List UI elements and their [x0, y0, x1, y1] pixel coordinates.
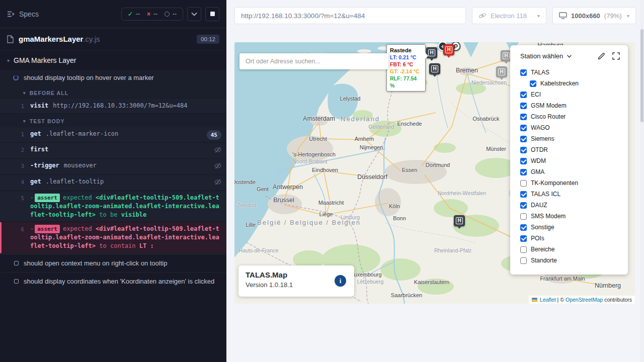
info-button[interactable]: i [335, 275, 346, 287]
page-scrollbar[interactable] [640, 0, 644, 362]
station-glyph: H [503, 52, 509, 59]
scrollbar-thumb[interactable] [640, 29, 643, 122]
map-info-card: TALAS.Map Version 1.0.18.1 i [238, 265, 354, 297]
command-assert-passed[interactable]: 5-assertexpected <div#leaflet-tooltip-50… [0, 191, 226, 222]
app-title: TALAS.Map [246, 270, 347, 279]
runnables-list: ▾ GMA Markers Layer should display toolt… [0, 51, 226, 362]
layer-checkbox-gsm-modem[interactable]: GSM Modem [510, 100, 628, 111]
collapse-all-button[interactable] [187, 7, 201, 21]
layer-checkbox-gma[interactable]: GMA [510, 166, 628, 177]
browser-selector[interactable]: Electron 118 ▾ [472, 7, 546, 24]
suite-gma-markers-layer[interactable]: ▾ GMA Markers Layer [0, 51, 226, 70]
checkbox-checked-icon[interactable] [520, 125, 527, 131]
station-marker[interactable]: H [454, 215, 465, 226]
layer-label: TALAS ICL [531, 191, 560, 198]
layer-checkbox-bereiche[interactable]: Bereiche [510, 244, 628, 255]
checkbox-checked-icon[interactable] [520, 136, 527, 142]
checkbox-checked-icon[interactable] [520, 191, 527, 198]
station-select[interactable]: Station wählen [520, 52, 572, 60]
test-pending[interactable]: should display coordinates when 'Koordin… [0, 272, 226, 290]
leaflet-link[interactable]: Leaflet [540, 297, 556, 303]
cypress-reporter: Specs ✓-- ×-- -- gmaMarkersLayer.cy.js 0… [0, 0, 226, 362]
checkbox-checked-icon[interactable] [520, 158, 527, 164]
command-assert-failed[interactable]: 6-assertexpected <div#leaflet-tooltip-50… [0, 222, 226, 253]
test-pending[interactable]: should open context menu on right-click … [0, 254, 226, 272]
layer-checkbox-dauz[interactable]: DAUZ [510, 200, 628, 211]
checkbox-checked-icon[interactable] [520, 69, 527, 76]
layer-checkbox-wago[interactable]: WAGO [510, 122, 628, 133]
map-canvas[interactable]: HamburgBremenGroningenFryslânNiedersachs… [234, 42, 635, 304]
checkbox-checked-icon[interactable] [520, 169, 527, 175]
layer-checkbox-sms-modem[interactable]: SMS Modem [510, 211, 628, 222]
layer-label: GSM Modem [531, 102, 567, 109]
layer-checkbox-tk-komponenten[interactable]: TK-Komponenten [510, 177, 628, 189]
command-content: get.leaflet-tooltip [30, 177, 214, 186]
checkbox-unchecked-icon[interactable] [520, 257, 527, 264]
checkbox-checked-icon[interactable] [520, 92, 527, 98]
url-bar[interactable] [234, 7, 466, 24]
tooltip-station-name: Rastede [390, 47, 422, 54]
command-trigger[interactable]: 3-triggermouseover [0, 159, 226, 175]
map-search-input[interactable] [239, 53, 388, 69]
chevron-down-icon: ▾ [537, 13, 540, 19]
osm-link[interactable]: OpenStreetMap [566, 297, 603, 303]
app-version: Version 1.0.18.1 [246, 281, 347, 289]
layer-label: DAUZ [531, 202, 547, 209]
checkbox-checked-icon[interactable] [530, 80, 536, 87]
checkbox-unchecked-icon[interactable] [520, 213, 527, 220]
layer-checkbox-wdm[interactable]: WDM [510, 155, 628, 166]
layer-checkbox-kabelstrecken[interactable]: Kabelstrecken [510, 78, 628, 89]
layer-checkbox-standorte[interactable]: Standorte [510, 255, 628, 266]
checkbox-checked-icon[interactable] [520, 224, 527, 231]
command-number: 3 [15, 161, 30, 170]
checkbox-checked-icon[interactable] [520, 114, 527, 120]
checkbox-checked-icon[interactable] [520, 202, 527, 209]
stop-run-button[interactable] [205, 7, 219, 21]
command-visit[interactable]: 1visithttp://192.168.10.33:3000/?m=12&u=… [0, 99, 226, 114]
spec-header[interactable]: gmaMarkersLayer.cy.js 00:12 [0, 28, 226, 51]
test-title: should open context menu on right-click … [24, 259, 167, 267]
station-marker-alarm[interactable]: H [443, 44, 454, 55]
layer-checkbox-sonstige[interactable]: Sonstige [510, 222, 628, 233]
station-marker[interactable]: H [496, 66, 507, 77]
tooltip-value-row: RLF: 77.54 % [390, 75, 422, 89]
layer-label: Cisco Router [531, 113, 566, 120]
command-method: visit [30, 102, 48, 109]
layer-checkbox-talas[interactable]: TALAS [510, 67, 628, 78]
hook-test-body[interactable]: ▾ TEST BODY [0, 114, 226, 127]
command-get[interactable]: 1get.leaflet-marker-icon45 [0, 127, 226, 143]
command-args: .leaflet-tooltip [46, 178, 104, 185]
command-number: 2 [15, 145, 30, 154]
checkbox-checked-icon[interactable] [520, 147, 527, 153]
command-method: get [30, 178, 41, 185]
command-get[interactable]: 4get.leaflet-tooltip [0, 175, 226, 191]
assert-badge: assert [35, 225, 60, 233]
chevron-down-icon [567, 55, 572, 58]
hook-before-all[interactable]: ▾ BEFORE ALL [0, 85, 226, 99]
layer-checkbox-siemens[interactable]: Siemens [510, 133, 628, 144]
checkbox-unchecked-icon[interactable] [520, 246, 527, 253]
tooltip-value-row: LT: 0.21 °C [390, 54, 422, 61]
layer-checkbox-eci[interactable]: ECI [510, 89, 628, 100]
edit-pencil-icon[interactable] [598, 52, 605, 60]
layer-checkbox-cisco-router[interactable]: Cisco Router [510, 111, 628, 122]
checkbox-checked-icon[interactable] [520, 103, 527, 109]
test-active[interactable]: should display tooltip on hover over a m… [0, 70, 226, 85]
viewport-zoom: (79%) [604, 12, 622, 20]
layer-checkbox-pois[interactable]: POIs [510, 233, 628, 244]
layer-checkbox-otdr[interactable]: OTDR [510, 144, 628, 155]
stop-icon [210, 12, 215, 16]
station-marker[interactable]: H [429, 63, 440, 74]
command-first[interactable]: 2first [0, 143, 226, 159]
checkbox-unchecked-icon[interactable] [520, 180, 527, 187]
chevron-down-icon: ▾ [627, 13, 629, 19]
pending-tests: should open context menu on right-click … [0, 254, 226, 290]
specs-menu-button[interactable]: Specs [7, 10, 39, 18]
fullscreen-expand-icon[interactable] [612, 52, 620, 60]
command-content: -assertexpected <div#leaflet-tooltip-509… [30, 194, 221, 219]
viewport-control[interactable]: 1000x660 (79%) ▾ [552, 7, 636, 24]
layer-checkbox-talas-icl[interactable]: TALAS ICL [510, 189, 628, 200]
command-content: get.leaflet-marker-icon [30, 130, 207, 138]
stat-pending: -- [165, 11, 177, 18]
checkbox-checked-icon[interactable] [520, 235, 527, 242]
